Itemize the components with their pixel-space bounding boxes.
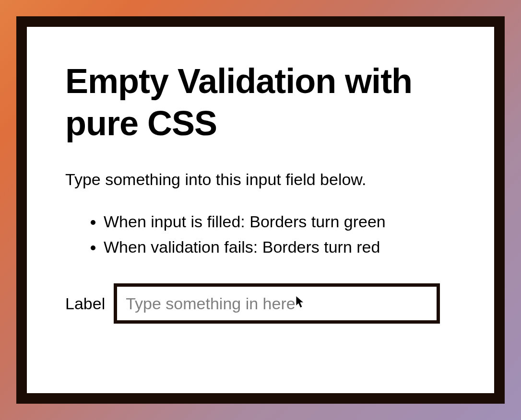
demo-panel: Empty Validation with pure CSS Type some… bbox=[16, 16, 505, 404]
page-description: Type something into this input field bel… bbox=[65, 169, 456, 190]
page-title: Empty Validation with pure CSS bbox=[65, 60, 456, 145]
form-row: Label bbox=[65, 283, 456, 324]
rules-list: When input is filled: Borders turn green… bbox=[65, 209, 456, 259]
input-label: Label bbox=[65, 294, 105, 313]
text-input[interactable] bbox=[114, 283, 440, 324]
list-item: When input is filled: Borders turn green bbox=[104, 209, 456, 234]
list-item: When validation fails: Borders turn red bbox=[104, 234, 456, 260]
